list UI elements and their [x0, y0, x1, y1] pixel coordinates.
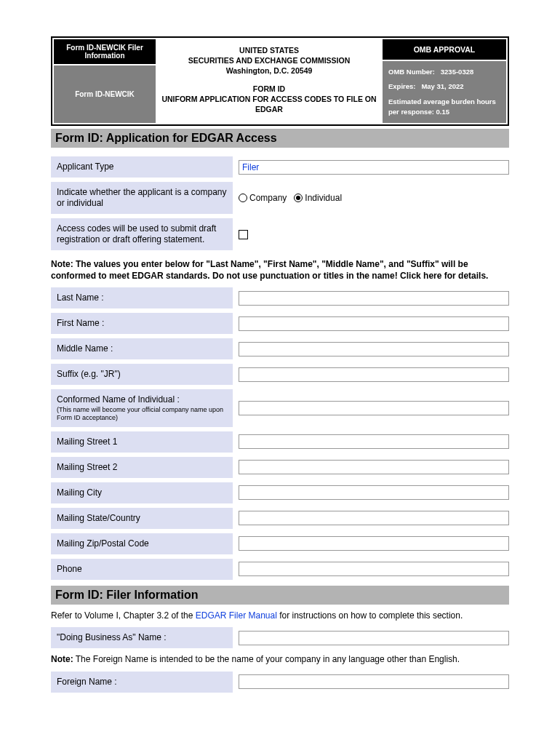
form-title-line: UNIFORM APPLICATION FOR ACCESS CODES TO …: [160, 94, 378, 114]
note-bold: Note:: [51, 654, 73, 664]
form-header: Form ID-NEWCIK Filer Information Form ID…: [51, 36, 509, 126]
radio-individual-label: Individual: [305, 193, 342, 203]
middle-name-label: Middle Name :: [51, 338, 233, 359]
conformed-main-label: Conformed Name of Individual :: [57, 394, 180, 405]
row-applicant-type: Applicant Type Filer: [51, 156, 509, 178]
conformed-sub-label: (This name will become your official com…: [57, 406, 227, 422]
conformed-name-label: Conformed Name of Individual : (This nam…: [51, 389, 233, 427]
state-input[interactable]: [239, 511, 509, 525]
header-left-title: Form ID-NEWCIK Filer Information: [54, 39, 156, 64]
dba-label: "Doing Business As" Name :: [51, 627, 233, 648]
row-state: Mailing State/Country: [51, 508, 509, 529]
phone-input[interactable]: [239, 562, 509, 576]
foreign-name-label: Foreign Name :: [51, 672, 233, 693]
last-name-label: Last Name :: [51, 287, 233, 308]
section-title-filer-info: Form ID: Filer Information: [51, 586, 509, 605]
suffix-label: Suffix (e.g. "JR"): [51, 364, 233, 385]
omb-number-label: OMB Number:: [388, 68, 435, 76]
row-conformed-name: Conformed Name of Individual : (This nam…: [51, 389, 509, 427]
first-name-label: First Name :: [51, 313, 233, 334]
expires-label: Expires:: [388, 82, 416, 90]
zip-label: Mailing Zip/Postal Code: [51, 533, 233, 554]
row-suffix: Suffix (e.g. "JR"): [51, 364, 509, 385]
agency-line: Washington, D.C. 20549: [160, 65, 378, 76]
agency-line: SECURITIES AND EXCHANGE COMMISSION: [160, 55, 378, 65]
refer-pre: Refer to Volume I, Chapter 3.2 of the: [51, 610, 196, 621]
name-conform-note: Note: The values you enter below for "La…: [51, 259, 509, 282]
suffix-input[interactable]: [239, 367, 509, 382]
row-zip: Mailing Zip/Postal Code: [51, 533, 509, 554]
middle-name-input[interactable]: [239, 342, 509, 356]
burden-text: Estimated average burden hours per respo…: [388, 97, 500, 118]
agency-line: UNITED STATES: [160, 45, 378, 55]
city-input[interactable]: [239, 485, 509, 500]
row-middle-name: Middle Name :: [51, 338, 509, 359]
row-street2: Mailing Street 2: [51, 457, 509, 478]
section-title-application: Form ID: Application for EDGAR Access: [51, 129, 509, 148]
omb-approval-label: OMB APPROVAL: [383, 39, 506, 60]
refer-post: for instructions on how to complete this…: [277, 610, 463, 621]
conformed-name-input[interactable]: [239, 401, 509, 415]
omb-number-value: 3235-0328: [441, 68, 473, 76]
row-company-individual: Indicate whether the applicant is a comp…: [51, 182, 509, 214]
applicant-type-label: Applicant Type: [51, 156, 233, 178]
row-last-name: Last Name :: [51, 287, 509, 308]
header-form-name: Form ID-NEWCIK: [54, 65, 156, 123]
company-individual-radios: Company Individual: [239, 193, 342, 203]
street2-input[interactable]: [239, 460, 509, 474]
radio-company-label: Company: [249, 193, 287, 203]
header-agency: UNITED STATES SECURITIES AND EXCHANGE CO…: [156, 39, 383, 123]
row-first-name: First Name :: [51, 313, 509, 334]
header-left: Form ID-NEWCIK Filer Information Form ID…: [54, 39, 156, 123]
omb-details: OMB Number: 3235-0328 Expires: May 31, 2…: [383, 61, 506, 123]
radio-individual[interactable]: [294, 194, 303, 202]
first-name-input[interactable]: [239, 316, 509, 331]
city-label: Mailing City: [51, 482, 233, 503]
last-name-input[interactable]: [239, 291, 509, 306]
row-dba: "Doing Business As" Name :: [51, 627, 509, 648]
phone-label: Phone: [51, 559, 233, 580]
row-street1: Mailing Street 1: [51, 431, 509, 453]
foreign-name-note: Note: The Foreign Name is intended to be…: [51, 654, 509, 666]
street2-label: Mailing Street 2: [51, 457, 233, 478]
draft-codes-label: Access codes will be used to submit draf…: [51, 218, 233, 250]
form-title-line: FORM ID: [160, 84, 378, 94]
applicant-type-value[interactable]: Filer: [239, 160, 509, 175]
row-city: Mailing City: [51, 482, 509, 503]
street1-label: Mailing Street 1: [51, 431, 233, 453]
radio-company[interactable]: [239, 194, 247, 202]
dba-input[interactable]: [239, 631, 509, 645]
row-foreign-name: Foreign Name :: [51, 672, 509, 693]
row-phone: Phone: [51, 559, 509, 580]
street1-input[interactable]: [239, 434, 509, 449]
row-draft-codes: Access codes will be used to submit draf…: [51, 218, 509, 250]
state-label: Mailing State/Country: [51, 508, 233, 529]
omb-box: OMB APPROVAL OMB Number: 3235-0328 Expir…: [383, 39, 506, 123]
filer-info-refer: Refer to Volume I, Chapter 3.2 of the ED…: [51, 610, 509, 622]
edgar-manual-link[interactable]: EDGAR Filer Manual: [196, 610, 277, 621]
expires-value: May 31, 2022: [421, 82, 463, 90]
note-body: The Foreign Name is intended to be the n…: [73, 654, 460, 664]
draft-codes-checkbox[interactable]: [239, 230, 248, 239]
company-individual-label: Indicate whether the applicant is a comp…: [51, 182, 233, 214]
foreign-name-input[interactable]: [239, 674, 509, 689]
zip-input[interactable]: [239, 536, 509, 551]
